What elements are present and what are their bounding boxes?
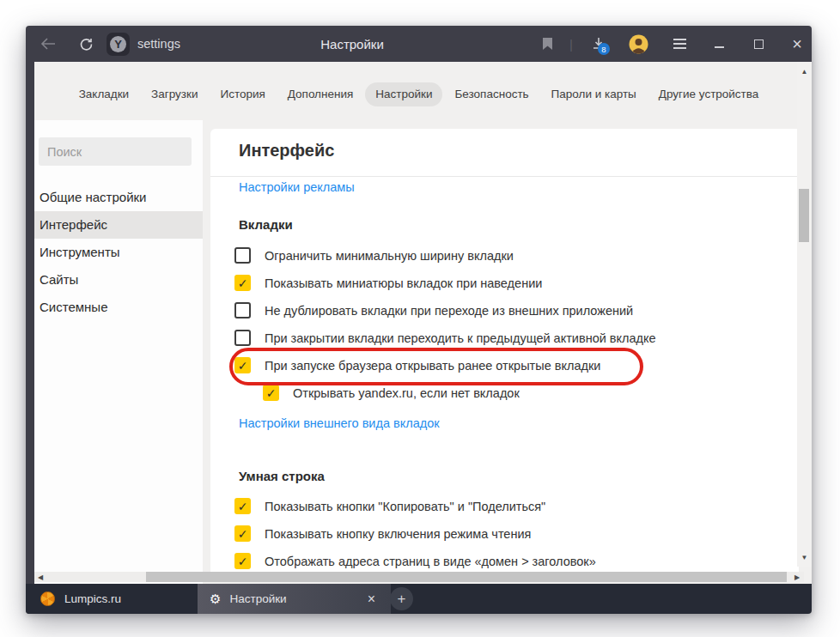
ads-settings-link[interactable]: Настройки рекламы xyxy=(239,180,355,194)
sidebar-item-system[interactable]: Системные xyxy=(34,294,203,321)
section-heading: Интерфейс xyxy=(239,141,334,161)
tab-settings[interactable]: Настройки xyxy=(365,82,442,106)
sidebar-item-general[interactable]: Общие настройки xyxy=(34,184,203,211)
address-text[interactable]: settings xyxy=(137,26,240,62)
checkbox-checked[interactable] xyxy=(234,525,251,542)
vertical-scrollbar[interactable]: ▲ ▼ xyxy=(797,62,812,567)
browser-tab-settings-active[interactable]: ⚙ Настройки × xyxy=(198,584,391,614)
tab-passwords[interactable]: Пароли и карты xyxy=(541,82,647,106)
checkbox-row[interactable]: Показывать кнопку включения режима чтени… xyxy=(234,525,531,542)
scroll-left-icon[interactable]: ◀ xyxy=(34,572,46,582)
reload-icon[interactable] xyxy=(70,26,101,62)
title-bar: Y settings Настройки | 8 × xyxy=(26,26,812,62)
close-window-button[interactable]: × xyxy=(780,26,812,62)
downloads-icon[interactable] xyxy=(584,26,613,62)
checkbox-checked[interactable] xyxy=(234,357,251,373)
checkbox-row[interactable]: Отображать адреса страниц в виде «домен … xyxy=(234,553,596,569)
yandex-logo-icon[interactable]: Y xyxy=(107,33,130,56)
horizontal-scroll-thumb[interactable] xyxy=(146,572,787,582)
browser-tab-bar: Lumpics.ru ⚙ Настройки × + xyxy=(26,584,812,614)
scroll-down-icon[interactable]: ▼ xyxy=(797,551,812,563)
settings-content: Интерфейс Настройки рекламы Вкладки Огра… xyxy=(210,129,799,573)
checkbox-row[interactable]: При закрытии вкладки переходить к предыд… xyxy=(234,330,656,346)
tabs-section-title: Вкладки xyxy=(239,217,293,232)
page-title: Настройки xyxy=(271,26,434,62)
sidebar-item-tools[interactable]: Инструменты xyxy=(34,239,203,266)
close-tab-icon[interactable]: × xyxy=(368,592,375,607)
tab-devices[interactable]: Другие устройства xyxy=(648,82,770,106)
omnibox-section-title: Умная строка xyxy=(239,469,325,483)
heading-divider xyxy=(210,176,799,177)
checkbox-checked[interactable] xyxy=(234,498,251,514)
scroll-right-icon[interactable]: ▶ xyxy=(790,572,804,582)
checkbox-checked[interactable] xyxy=(234,553,251,569)
tab-history[interactable]: История xyxy=(210,82,275,106)
checkbox-row-restore-tabs[interactable]: При запуске браузера открывать ранее отк… xyxy=(234,357,600,373)
minimize-button[interactable] xyxy=(701,26,737,62)
sidebar-item-sites[interactable]: Сайты xyxy=(34,266,203,294)
checkbox-unchecked[interactable] xyxy=(234,302,251,318)
tab-downloads[interactable]: Загрузки xyxy=(141,82,208,106)
tab-bookmarks[interactable]: Закладки xyxy=(69,82,139,106)
tabs-appearance-link[interactable]: Настройки внешнего вида вкладок xyxy=(239,416,440,430)
menu-icon[interactable] xyxy=(665,26,694,62)
profile-avatar[interactable] xyxy=(629,34,648,54)
tab-security[interactable]: Безопасность xyxy=(444,82,539,106)
checkbox-row[interactable]: Показывать кнопки "Копировать" и "Подели… xyxy=(234,498,545,514)
browser-window: Y settings Настройки | 8 × Закладки Загр… xyxy=(26,26,812,614)
window-edge xyxy=(26,62,34,614)
checkbox-checked[interactable] xyxy=(234,275,251,291)
scroll-up-icon[interactable]: ▲ xyxy=(797,65,812,77)
back-icon[interactable] xyxy=(33,26,64,62)
settings-nav: Закладки Загрузки История Дополнения Нас… xyxy=(52,82,786,106)
site-favicon xyxy=(40,592,55,606)
checkbox-unchecked[interactable] xyxy=(234,330,251,346)
vertical-scroll-thumb[interactable] xyxy=(799,189,809,242)
checkbox-row[interactable]: Открывать yandex.ru, если нет вкладок xyxy=(263,385,520,401)
maximize-button[interactable] xyxy=(740,26,776,62)
bookmark-icon[interactable] xyxy=(534,26,560,62)
tab-addons[interactable]: Дополнения xyxy=(277,82,363,106)
checkbox-row[interactable]: Не дублировать вкладки при переходе из в… xyxy=(234,302,633,318)
settings-sidebar: Общие настройки Интерфейс Инструменты Са… xyxy=(34,120,203,592)
horizontal-scrollbar[interactable]: ◀ xyxy=(34,572,790,582)
search-input[interactable] xyxy=(39,137,192,166)
checkbox-unchecked[interactable] xyxy=(234,247,251,264)
checkbox-row[interactable]: Показывать миниатюры вкладок при наведен… xyxy=(234,275,542,291)
toolbar-separator: | xyxy=(567,26,575,62)
browser-tab-lumpics[interactable]: Lumpics.ru xyxy=(26,584,198,614)
gear-icon: ⚙ xyxy=(210,592,221,605)
new-tab-button[interactable]: + xyxy=(390,587,413,610)
sidebar-item-interface[interactable]: Интерфейс xyxy=(34,211,203,239)
checkbox-checked[interactable] xyxy=(263,385,279,401)
checkbox-row[interactable]: Ограничить минимальную ширину вкладки xyxy=(234,247,514,264)
download-count-badge: 8 xyxy=(598,43,610,55)
